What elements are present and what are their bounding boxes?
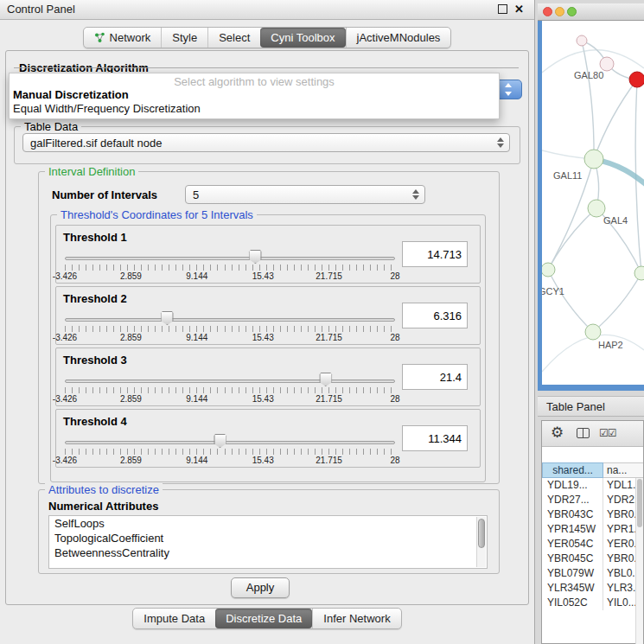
attribute-list-item[interactable]: TopologicalCoefficient <box>49 531 487 545</box>
table-row[interactable]: YER054CYER0... <box>542 537 637 552</box>
up-arrow-icon <box>505 83 512 87</box>
attribute-list-item[interactable]: BetweennessCentrality <box>49 545 487 560</box>
dropdown-placeholder-option[interactable]: Select algorithm to view settings <box>10 75 499 88</box>
tab-network[interactable]: Network <box>84 28 162 48</box>
table-row[interactable]: YBL079WYBL0... <box>542 566 637 581</box>
number-of-intervals-combobox[interactable]: 5 <box>185 185 425 204</box>
columns-icon[interactable] <box>577 428 590 438</box>
network-node[interactable] <box>585 324 601 340</box>
column-header-name[interactable]: na... <box>603 462 643 478</box>
slider-track[interactable] <box>65 441 395 444</box>
tab-cyni-toolbox[interactable]: Cyni Toolbox <box>260 28 345 48</box>
scrollbar-thumb[interactable] <box>478 519 485 548</box>
tab-infer-network[interactable]: Infer Network <box>312 609 400 628</box>
number-of-intervals-label: Number of Intervals <box>52 188 157 201</box>
table-cell[interactable]: YDR2... <box>603 493 637 507</box>
threshold-3-slider[interactable]: -3.4262.8599.14415.4321.71528 <box>65 369 395 404</box>
tab-select[interactable]: Select <box>207 28 260 48</box>
network-node[interactable] <box>634 266 644 280</box>
close-button[interactable] <box>543 7 552 16</box>
tab-discretize-data[interactable]: Discretize Data <box>215 609 312 628</box>
screen: Control Panel ✕ NetworkStyleSelectCyni T… <box>0 0 644 644</box>
slider-thumb[interactable] <box>161 311 174 325</box>
table-cell[interactable]: YBR043C <box>542 507 603 522</box>
numerical-attributes-list[interactable]: SelfLoopsTopologicalCoefficientBetweenne… <box>48 515 488 569</box>
scale-label: 21.715 <box>316 456 342 465</box>
table-cell[interactable]: YBR0... <box>603 507 637 522</box>
table-body: YDL19...YDL1...YDR27...YDR2...YBR043CYBR… <box>542 478 637 610</box>
slider-track[interactable] <box>65 379 395 383</box>
network-node[interactable] <box>629 72 644 87</box>
slider-thumb[interactable] <box>319 373 332 386</box>
network-edge[interactable] <box>594 80 637 159</box>
threshold-2-value-field[interactable]: 6.316 <box>402 303 468 328</box>
column-header-shared[interactable]: shared... <box>542 462 603 478</box>
tab-impute-data[interactable]: Impute Data <box>133 609 215 628</box>
table-cell[interactable]: YER0... <box>603 537 637 552</box>
threshold-4-slider[interactable]: -3.4262.8599.14415.4321.71528 <box>65 430 395 465</box>
table-cell[interactable]: YLR3... <box>603 581 637 596</box>
select-all-checkboxes-icon[interactable]: ☑☑ <box>599 427 616 439</box>
table-cell[interactable]: YDR27... <box>542 493 603 507</box>
table-scrollbar[interactable] <box>635 478 643 644</box>
attributes-scrollbar[interactable] <box>476 517 486 567</box>
threshold-3-value-field[interactable]: 21.4 <box>402 364 468 390</box>
network-canvas[interactable]: GAL80GAL11GAL4GCY1HAP2 <box>542 21 644 385</box>
network-node[interactable] <box>588 200 605 217</box>
node-label: GAL4 <box>603 215 628 226</box>
table-cell[interactable]: YPR145W <box>542 522 603 537</box>
network-node[interactable] <box>584 150 603 169</box>
scale-label: 2.859 <box>120 271 142 281</box>
dropdown-option-manual-discretization[interactable]: Manual Discretization <box>13 88 129 101</box>
table-row[interactable]: YDR27...YDR2... <box>542 493 637 507</box>
network-window-titlebar <box>538 3 644 21</box>
threshold-1-value-field[interactable]: 14.713 <box>402 241 468 267</box>
minimize-button[interactable] <box>555 7 564 16</box>
table-cell[interactable]: YBR0... <box>603 552 637 566</box>
table-cell[interactable]: YBR045C <box>542 552 603 566</box>
network-edge[interactable] <box>542 335 644 372</box>
table-panel-header[interactable]: Table Panel <box>538 396 644 417</box>
table-cell[interactable]: YPR1... <box>603 522 637 537</box>
table-row[interactable]: YIL052CYIL0... <box>542 596 637 610</box>
threshold-4-value-field[interactable]: 11.344 <box>402 425 468 451</box>
tab-jactivemnodules[interactable]: jActiveMNodules <box>346 28 451 48</box>
table-row[interactable]: YBR043CYBR0... <box>542 507 637 522</box>
dropdown-option-equal-width[interactable]: Equal Width/Frequency Discretization <box>13 102 201 115</box>
network-edge[interactable] <box>548 270 593 332</box>
gear-icon[interactable]: ⚙ <box>551 424 564 442</box>
attribute-list-item[interactable]: SelfLoops <box>49 516 487 531</box>
table-data-combobox[interactable]: galFiltered.sif default node <box>22 133 510 152</box>
close-icon[interactable]: ✕ <box>514 3 524 15</box>
table-row[interactable]: YDL19...YDL1... <box>542 478 637 493</box>
table-cell[interactable]: YLR345W <box>542 581 603 596</box>
scale-label: -3.426 <box>53 456 77 465</box>
threshold-2-slider[interactable]: -3.4262.8599.14415.4321.71528 <box>65 308 395 342</box>
table-row[interactable]: YLR345WYLR3... <box>542 581 637 596</box>
table-cell[interactable]: YDL19... <box>542 478 603 493</box>
table-cell[interactable]: YIL052C <box>542 596 603 610</box>
tab-style[interactable]: Style <box>161 28 207 48</box>
slider-track[interactable] <box>65 318 395 322</box>
network-node[interactable] <box>600 57 614 71</box>
slider-thumb[interactable] <box>249 250 262 264</box>
apply-button[interactable]: Apply <box>231 577 290 598</box>
float-window-icon[interactable] <box>498 4 507 14</box>
network-node[interactable] <box>542 263 555 277</box>
table-row[interactable]: YBR045CYBR0... <box>542 552 637 566</box>
network-node[interactable] <box>577 35 587 46</box>
table-cell[interactable]: YBL079W <box>542 566 603 581</box>
slider-thumb[interactable] <box>214 434 226 448</box>
threshold-1-slider[interactable]: -3.4262.8599.14415.4321.71528 <box>65 246 395 281</box>
slider-track[interactable] <box>65 257 395 260</box>
network-edge[interactable] <box>548 208 596 270</box>
network-edge[interactable] <box>593 273 641 332</box>
table-cell[interactable]: YER054C <box>542 537 603 552</box>
table-cell[interactable]: YBL0... <box>603 566 637 581</box>
table-cell[interactable]: YIL0... <box>603 596 637 610</box>
zoom-button[interactable] <box>567 7 577 16</box>
network-edge[interactable] <box>582 41 594 159</box>
table-cell[interactable]: YDL1... <box>603 478 637 493</box>
table-row[interactable]: YPR145WYPR1... <box>542 522 637 537</box>
scrollbar-thumb[interactable] <box>637 479 642 527</box>
